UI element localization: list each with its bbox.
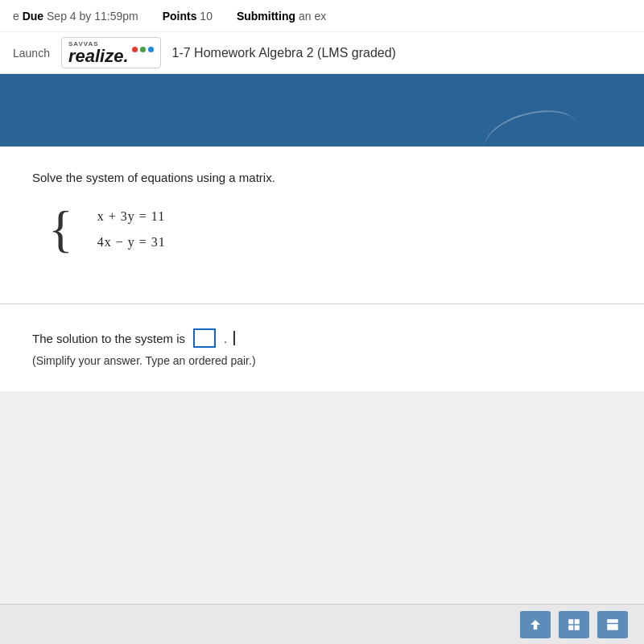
equation-system: { x + 3y = 11 4x − y = 31 (48, 204, 612, 255)
due-label: Due (23, 10, 43, 23)
blue-banner (0, 74, 644, 147)
launch-label: Launch (13, 47, 50, 60)
up-arrow-icon (528, 617, 543, 632)
realize-dots (132, 47, 154, 52)
brace-symbol: { (48, 204, 73, 255)
layout-icon (605, 617, 620, 632)
realize-logo-button[interactable]: SAVVAS realize. (61, 37, 161, 68)
solution-text: The solution to the system is . (32, 328, 612, 348)
dot-red (132, 47, 138, 52)
points-value: 10 (200, 10, 213, 23)
homework-title: 1-7 Homework Algebra 2 (LMS graded) (172, 46, 396, 60)
cursor (233, 331, 242, 345)
main-content: Solve the system of equations using a ma… (0, 74, 644, 391)
solution-area: The solution to the system is . (Simplif… (0, 320, 644, 391)
equation-1: x + 3y = 11 (97, 209, 166, 224)
points-label: Points (163, 10, 197, 23)
grid-icon (567, 617, 581, 632)
answer-input-box[interactable] (193, 328, 216, 348)
dot-blue (148, 47, 154, 52)
submitting-label: Submitting (237, 10, 295, 23)
bottom-toolbar (0, 604, 644, 644)
solution-prefix: The solution to the system is (32, 332, 185, 345)
equations-list: x + 3y = 11 4x − y = 31 (97, 209, 166, 250)
equation-2: 4x − y = 31 (97, 235, 166, 250)
toolbar-button-2[interactable] (559, 611, 589, 638)
toolbar-button-3[interactable] (597, 611, 628, 638)
top-header-bar: e Due Sep 4 by 11:59pm Points 10 Submitt… (0, 0, 644, 32)
due-value: Sep 4 by 11:59pm (47, 10, 138, 23)
solution-suffix: . (224, 332, 227, 345)
realize-text: realize. (68, 47, 129, 65)
toolbar-button-1[interactable] (520, 611, 551, 638)
submitting-value: an ex (299, 10, 326, 23)
problem-area: Solve the system of equations using a ma… (0, 147, 644, 295)
due-section: e Due Sep 4 by 11:59pm (13, 10, 138, 23)
dot-green (140, 47, 146, 52)
submitting-section: Submitting an ex (237, 10, 326, 23)
divider (0, 303, 644, 304)
problem-instruction: Solve the system of equations using a ma… (32, 171, 612, 184)
launch-bar: Launch SAVVAS realize. 1-7 Homework Alge… (0, 32, 644, 74)
due-prefix: e (13, 10, 23, 23)
points-section: Points 10 (163, 10, 213, 23)
simplify-note: (Simplify your answer. Type an ordered p… (32, 354, 612, 367)
